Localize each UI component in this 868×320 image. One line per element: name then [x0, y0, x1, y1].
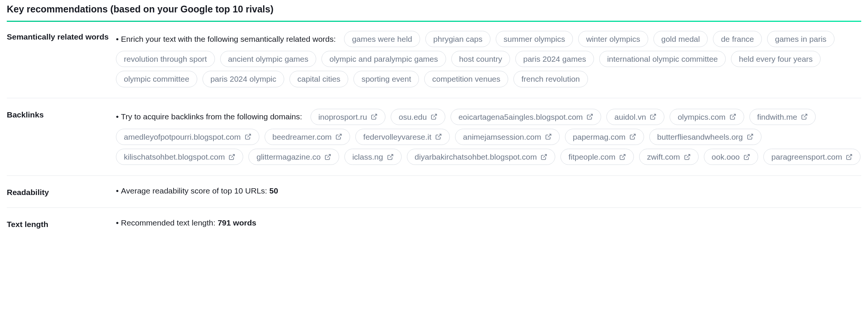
svg-line-19	[849, 154, 852, 157]
svg-line-4	[732, 114, 735, 117]
svg-line-18	[746, 154, 749, 157]
semantic-word-pill[interactable]: games were held	[344, 31, 420, 47]
semantic-word-pill[interactable]: paris 2024 games	[515, 51, 594, 67]
backlink-domain-pill[interactable]: beedreamer.com	[265, 129, 350, 145]
backlink-domain-text: osu.edu	[399, 112, 427, 122]
backlink-domain-pill[interactable]: fitpeople.com	[560, 149, 634, 165]
backlink-domain-pill[interactable]: zwift.com	[639, 149, 699, 165]
semantic-word-pill[interactable]: revolution through sport	[116, 51, 215, 67]
external-link-icon	[684, 154, 691, 160]
external-link-icon	[586, 113, 593, 120]
backlink-domain-pill[interactable]: papermag.com	[565, 129, 644, 145]
section-label-textlength: Text length	[7, 218, 116, 229]
backlink-domain-pill[interactable]: osu.edu	[391, 109, 445, 125]
backlink-domain-pill[interactable]: paragreensport.com	[763, 149, 860, 165]
semantic-word-pill[interactable]: games in paris	[767, 31, 834, 47]
svg-line-2	[589, 114, 592, 117]
backlink-domain-text: glittermagazine.co	[256, 152, 320, 162]
semantic-word-pill[interactable]: ancient olympic games	[220, 51, 317, 67]
external-link-icon	[387, 154, 394, 160]
backlink-domain-text: diyarbakirchatsohbet.blogspot.com	[415, 152, 537, 162]
backlink-domain-pill[interactable]: eoicartagena5aingles.blogspot.com	[451, 109, 601, 125]
section-semantic: Semantically related words •Enrich your …	[7, 22, 861, 98]
backlink-domain-pill[interactable]: iclass.ng	[344, 149, 402, 165]
external-link-icon	[431, 113, 437, 120]
backlink-domain-text: fitpeople.com	[568, 152, 615, 162]
external-link-icon	[335, 133, 342, 140]
backlink-domain-pill[interactable]: animejamsession.com	[455, 129, 560, 145]
svg-line-12	[231, 154, 235, 157]
semantic-word-pill[interactable]: paris 2024 olympic	[203, 71, 284, 87]
external-link-icon	[846, 154, 853, 160]
svg-line-0	[374, 114, 377, 117]
svg-line-14	[390, 154, 393, 157]
svg-line-3	[653, 114, 656, 117]
external-link-icon	[629, 133, 636, 140]
svg-line-17	[687, 154, 690, 157]
backlink-domain-text: findwith.me	[757, 112, 797, 122]
backlink-domain-pill[interactable]: federvolleyvarese.it	[355, 129, 450, 145]
section-label-readability: Readability	[7, 186, 116, 197]
backlink-domain-text: amedleyofpotpourri.blogspot.com	[124, 132, 241, 142]
backlink-domain-text: papermag.com	[573, 132, 626, 142]
svg-line-13	[327, 154, 330, 157]
backlink-domain-pill[interactable]: glittermagazine.co	[248, 149, 339, 165]
backlink-domain-text: zwift.com	[647, 152, 680, 162]
external-link-icon	[545, 133, 552, 140]
backlink-domain-pill[interactable]: olympics.com	[670, 109, 744, 125]
section-backlinks: Backlinks •Try to acquire backlinks from…	[7, 98, 861, 176]
backlink-domain-text: butterfliesandwheels.org	[657, 132, 743, 142]
svg-line-16	[622, 154, 625, 157]
backlink-domain-text: iclass.ng	[352, 152, 383, 162]
semantic-word-pill[interactable]: french revolution	[513, 71, 588, 87]
backlink-domain-text: animejamsession.com	[463, 132, 541, 142]
semantic-word-pill[interactable]: held every four years	[731, 51, 821, 67]
backlink-domain-text: olympics.com	[678, 112, 725, 122]
semantic-word-pill[interactable]: olympic committee	[116, 71, 197, 87]
section-readability: Readability •Average readability score o…	[7, 176, 861, 208]
backlink-domain-pill[interactable]: kilischatsohbet.blogspot.com	[116, 149, 243, 165]
textlength-stat: •Recommended text length: 791 words	[116, 218, 861, 227]
backlink-domain-text: inoprosport.ru	[318, 112, 367, 122]
backlink-domain-pill[interactable]: diyarbakirchatsohbet.blogspot.com	[407, 149, 556, 165]
section-textlength: Text length •Recommended text length: 79…	[7, 208, 861, 230]
svg-line-11	[749, 134, 752, 137]
semantic-word-pill[interactable]: host country	[451, 51, 510, 67]
page-title: Key recommendations (based on your Googl…	[7, 4, 861, 15]
backlinks-intro: •Try to acquire backlinks from the follo…	[116, 112, 302, 121]
external-link-icon	[324, 154, 331, 160]
semantic-word-pill[interactable]: phrygian caps	[425, 31, 490, 47]
backlink-domain-text: ook.ooo	[712, 152, 740, 162]
semantic-word-pill[interactable]: summer olympics	[496, 31, 573, 47]
semantic-word-pill[interactable]: olympic and paralympic games	[321, 51, 446, 67]
external-link-icon	[541, 154, 547, 160]
semantic-word-pill[interactable]: gold medal	[653, 31, 708, 47]
backlink-domain-pill[interactable]: inoprosport.ru	[311, 109, 386, 125]
semantic-word-pill[interactable]: sporting event	[353, 71, 419, 87]
svg-line-5	[804, 114, 807, 117]
backlink-domain-pill[interactable]: findwith.me	[749, 109, 816, 125]
semantic-word-pill[interactable]: de france	[713, 31, 762, 47]
semantic-word-pill[interactable]: capital cities	[289, 71, 348, 87]
backlink-domain-pill[interactable]: ook.ooo	[704, 149, 758, 165]
external-link-icon	[729, 113, 736, 120]
semantic-word-pill[interactable]: international olympic committee	[599, 51, 726, 67]
svg-line-7	[338, 134, 341, 137]
section-label-semantic: Semantically related words	[7, 31, 116, 87]
svg-line-6	[247, 134, 250, 137]
external-link-icon	[619, 154, 626, 160]
external-link-icon	[435, 133, 442, 140]
backlink-domain-pill[interactable]: auidol.vn	[606, 109, 664, 125]
backlink-domain-text: federvolleyvarese.it	[363, 132, 431, 142]
backlink-domain-text: kilischatsohbet.blogspot.com	[124, 152, 225, 162]
semantic-intro: •Enrich your text with the following sem…	[116, 35, 336, 44]
semantic-word-pill[interactable]: winter olympics	[578, 31, 648, 47]
backlink-domain-pill[interactable]: butterfliesandwheels.org	[649, 129, 761, 145]
svg-line-10	[632, 134, 635, 137]
backlink-domain-pill[interactable]: amedleyofpotpourri.blogspot.com	[116, 129, 259, 145]
section-label-backlinks: Backlinks	[7, 109, 116, 165]
svg-line-1	[433, 114, 436, 117]
svg-line-9	[548, 134, 551, 137]
semantic-word-pill[interactable]: competition venues	[424, 71, 508, 87]
readability-stat: •Average readability score of top 10 URL…	[116, 186, 861, 195]
